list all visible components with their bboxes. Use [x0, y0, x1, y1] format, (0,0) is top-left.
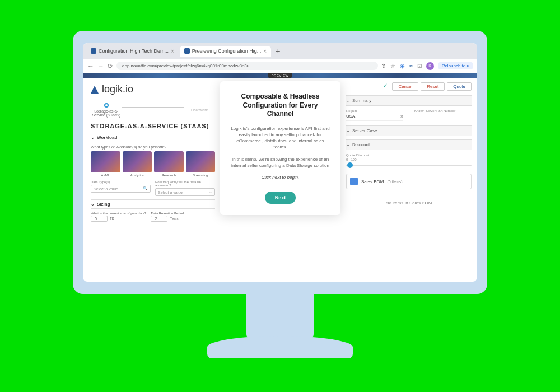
modal-text: Logik.io's configuration experience is A…: [230, 125, 330, 151]
monitor-stand: [246, 291, 314, 339]
retention-input[interactable]: 2: [151, 216, 167, 222]
slider-thumb[interactable]: [347, 162, 353, 168]
chevron-down-icon: ⌄: [91, 202, 95, 207]
datatype-label: Data Type(s): [91, 180, 151, 184]
browser-tab[interactable]: Configuration High Tech Dem...×: [86, 46, 179, 57]
modal-text: In this demo, we're showing the experien…: [230, 156, 330, 169]
modal-cta: Click next to begin.: [230, 174, 330, 180]
quote-button[interactable]: Quote: [447, 82, 472, 91]
reload-icon[interactable]: ⟳: [108, 62, 113, 70]
logo-icon: [91, 86, 99, 94]
chevron-down-icon: ⌄: [209, 190, 212, 194]
preview-badge: PREVIEW: [268, 73, 292, 78]
chevron-down-icon: ⌄: [346, 98, 350, 103]
next-button[interactable]: Next: [265, 192, 296, 204]
section-workload[interactable]: ⌄Workload: [91, 133, 215, 142]
extension-icon[interactable]: ≈: [409, 63, 413, 69]
forward-icon[interactable]: →: [97, 62, 104, 70]
browser-tab-active[interactable]: Previewing Configuration Hig...×: [180, 46, 271, 57]
part-input[interactable]: [414, 113, 472, 120]
section-sizing[interactable]: ⌄Sizing: [91, 199, 215, 209]
back-icon[interactable]: ←: [87, 62, 94, 70]
share-icon[interactable]: ⇪: [381, 63, 386, 69]
address-input[interactable]: app.navattic.com/preview/project/clzq6m4…: [116, 62, 378, 70]
stepper: Storage-as-a-Service (STaaS) Hardware: [91, 103, 215, 117]
chevron-down-icon: ⌄: [91, 135, 95, 140]
question-label: What types of Workload(s) do you perform…: [91, 145, 215, 149]
avatar-icon[interactable]: K: [426, 62, 434, 70]
favicon-icon: [184, 48, 190, 54]
frequency-label: How frequently will the data be accessed…: [155, 180, 215, 187]
chevron-down-icon: ⌄: [346, 142, 350, 147]
clear-icon[interactable]: ×: [400, 114, 403, 119]
sales-bom-header[interactable]: Sales BOM(0 items): [346, 174, 472, 189]
check-icon: ✓: [383, 82, 388, 91]
close-icon[interactable]: ×: [171, 48, 174, 54]
tile-streaming[interactable]: Streaming: [186, 151, 216, 177]
logo: logik.io: [91, 83, 215, 95]
chevron-down-icon: ⌄: [346, 128, 350, 133]
app-viewport: PREVIEW logik.io Storage-as-a-Service (S…: [83, 73, 477, 282]
config-panel: logik.io Storage-as-a-Service (STaaS) Ha…: [83, 78, 223, 282]
reset-button[interactable]: Reset: [421, 82, 445, 91]
search-icon: 🔍: [143, 186, 148, 191]
section-discount[interactable]: ⌄Discount: [346, 139, 472, 150]
retention-label: Data Retention Period: [151, 212, 184, 215]
bom-empty-state: No items in Sales BOM: [346, 195, 472, 211]
star-icon[interactable]: ☆: [390, 63, 395, 69]
close-icon[interactable]: ×: [263, 48, 267, 54]
tile-aiml[interactable]: AI/ML: [91, 151, 120, 177]
tile-analytics[interactable]: Analytics: [123, 151, 152, 177]
favicon-icon: [91, 48, 96, 54]
screen: Configuration High Tech Dem...× Previewi…: [83, 43, 477, 282]
datatype-select[interactable]: Select a value🔍: [91, 185, 151, 193]
monitor-base: [207, 336, 353, 358]
modal-title: Composable & Headless Configuration for …: [230, 92, 330, 119]
workload-tiles: AI/ML Analytics Research Streaming: [91, 151, 215, 177]
discount-label: Quote Discount: [346, 153, 472, 157]
size-input[interactable]: 0: [91, 216, 108, 222]
discount-slider[interactable]: [346, 165, 472, 166]
cancel-button[interactable]: Cancel: [392, 82, 418, 91]
step-1[interactable]: Storage-as-a-Service (STaaS): [91, 103, 122, 117]
discount-range: 0 - 100: [346, 158, 472, 161]
frequency-select[interactable]: Select a value⌄: [155, 188, 215, 196]
monitor-frame: Configuration High Tech Dem...× Previewi…: [73, 31, 487, 294]
relaunch-button[interactable]: Relaunch to u: [438, 62, 473, 69]
intro-modal: Composable & Headless Configuration for …: [220, 81, 340, 215]
summary-panel: ✓ Cancel Reset Quote ⌄Summary RegionUSA×…: [340, 78, 477, 282]
browser-tabs: Configuration High Tech Dem...× Previewi…: [83, 43, 477, 59]
step-2[interactable]: Hardware: [184, 108, 216, 112]
section-server-case[interactable]: ⌄Server Case: [346, 125, 472, 136]
extension-icon[interactable]: ⊡: [417, 63, 422, 69]
bom-icon: [350, 178, 358, 185]
tile-research[interactable]: Research: [154, 151, 184, 177]
new-tab-button[interactable]: +: [272, 46, 283, 55]
size-label: What is the current size of your data?: [91, 212, 146, 215]
page-title: STORAGE-AS-A-SERVICE (STAAS): [91, 123, 215, 129]
extension-icon[interactable]: ◉: [400, 63, 405, 69]
url-bar: ← → ⟳ app.navattic.com/preview/project/c…: [83, 59, 477, 73]
region-select[interactable]: USA×: [346, 113, 403, 121]
section-summary[interactable]: ⌄Summary: [346, 95, 472, 106]
